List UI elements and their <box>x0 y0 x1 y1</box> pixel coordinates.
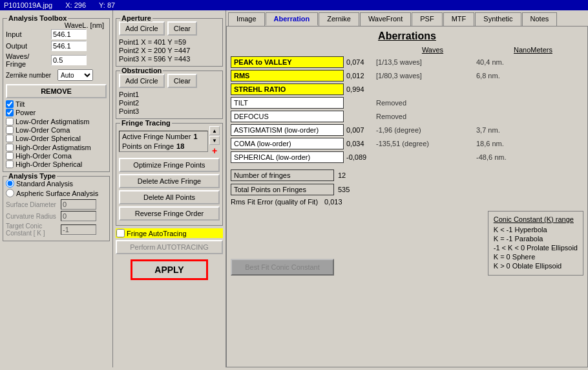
power-label: Power <box>16 109 36 116</box>
surface-diameter-label: Surface Diameter <box>6 201 61 208</box>
aber-value: -0,089 <box>344 153 376 161</box>
x-coord: X: 296 <box>65 1 86 9</box>
aber-waves: -135,51 (degree) <box>376 140 476 147</box>
conic-row: K = 0 Sphere <box>494 253 578 261</box>
number-fringes-value: 12 <box>338 171 346 179</box>
point2-coords: Point2 X = 200 Y =447 <box>119 47 220 54</box>
aber-nm: 18,6 nm. <box>476 140 504 147</box>
tab-synthetic[interactable]: Synthetic <box>475 12 521 26</box>
total-points-value: 535 <box>338 186 350 193</box>
aberration-row: TILT Removed <box>231 97 583 109</box>
obs-point3: Point3 <box>119 107 220 115</box>
power-checkbox[interactable] <box>6 109 14 116</box>
aspheric-label: Aspheric Surface Analysis <box>16 190 98 197</box>
tab-aberration[interactable]: Aberration <box>266 12 319 26</box>
conic-box: Conic Constant (K) range K < -1 Hyperbol… <box>488 211 583 276</box>
aberration-row: ASTIGMATISM (low-order) 0,007 -1,96 (deg… <box>231 124 583 136</box>
tab-wavefront[interactable]: WaveFront <box>360 12 411 26</box>
tabs-bar: Image Aberration Zernike WaveFront PSF M… <box>226 10 588 26</box>
clear-button[interactable]: Clear <box>167 21 197 36</box>
aber-nm: -48,6 nm. <box>476 153 506 161</box>
high-astig-label: High-Order Astigmatism <box>16 144 91 151</box>
aberration-row: RMS 0,012 [1/80,3 waves] 6,8 nm. <box>231 70 583 82</box>
low-coma-label: Low-Order Coma <box>16 126 70 134</box>
low-spherical-checkbox[interactable] <box>6 135 14 142</box>
low-astig-checkbox[interactable] <box>6 118 14 125</box>
aber-nm: 3,7 nm. <box>476 126 500 134</box>
aber-label: ASTIGMATISM (low-order) <box>231 124 344 136</box>
tab-zernike[interactable]: Zernike <box>319 12 359 26</box>
optimize-fringe-button[interactable]: Optimize Fringe Points <box>119 158 220 172</box>
analysis-type-group: Analysis Type Standard Analysis Aspheric… <box>3 176 110 241</box>
output-field[interactable] <box>51 41 87 51</box>
obs-clear-button[interactable]: Clear <box>167 74 197 88</box>
aber-waves: Removed <box>376 113 476 120</box>
aberrations-title: Aberrations <box>231 30 583 42</box>
fringe-inner-area: Active Fringe Number 1 Points on Fringe … <box>119 131 208 152</box>
scroll-down-button[interactable]: ▼ <box>209 136 220 145</box>
aber-value: 0,074 <box>344 58 376 66</box>
zernike-select[interactable]: Auto <box>58 69 93 81</box>
tab-notes[interactable]: Notes <box>522 12 558 26</box>
tab-image[interactable]: Image <box>228 12 265 26</box>
aber-label: COMA (low-order) <box>231 138 344 149</box>
low-coma-checkbox[interactable] <box>6 126 14 134</box>
add-circle-button[interactable]: Add Circle <box>119 21 165 36</box>
apply-button[interactable]: APPLY <box>131 259 208 280</box>
aspheric-radio[interactable] <box>6 189 14 197</box>
tilt-checkbox[interactable] <box>6 100 14 108</box>
conic-row: K > 0 Oblate Ellipsoid <box>494 262 578 270</box>
target-conic-label: Target Conic Constant [ K ] <box>6 223 61 237</box>
fringe-tracing-title: Fringe Tracing <box>120 119 172 127</box>
aberration-rows: PEAK to VALLEY 0,074 [1/13,5 waves] 40,4… <box>231 56 583 163</box>
remove-button[interactable]: REMOVE <box>6 84 107 98</box>
perform-autotracing-button: Perform AUTOTRACING <box>116 240 223 254</box>
scroll-up-button[interactable]: ▲ <box>209 126 220 135</box>
active-fringe-value: 1 <box>193 133 197 140</box>
points-on-fringe-label: Points on Fringe <box>122 142 174 150</box>
aperture-title: Aperture <box>120 14 152 22</box>
input-label: Input <box>6 30 51 38</box>
aberration-row: PEAK to VALLEY 0,074 [1/13,5 waves] 40,4… <box>231 56 583 68</box>
plus-button[interactable]: + <box>212 146 220 156</box>
best-fit-button: Best Fit Conic Constant <box>231 259 334 276</box>
waves-fringe-field[interactable] <box>51 55 87 65</box>
aberration-row: STREHL RATIO 0,994 <box>231 83 583 95</box>
conic-rows: K < -1 HyperbolaK = -1 Parabola-1 < K < … <box>494 226 578 270</box>
low-spherical-label: Low-Order Spherical <box>16 135 81 142</box>
reverse-fringe-order-button[interactable]: Reverse Fringe Order <box>119 206 220 221</box>
left-panel: Analysis Toolbox WaveL. [nm] Input Outpu… <box>0 10 113 367</box>
input-field[interactable] <box>51 29 87 39</box>
zernike-label: Zernike number <box>6 72 58 79</box>
curvature-radius-label: Curvature Radius <box>6 213 61 220</box>
autotracing-label: Fringe AutoTracing <box>127 230 187 237</box>
high-astig-checkbox[interactable] <box>6 144 14 151</box>
stats-area: Number of fringes 12 Total Points on Fri… <box>231 169 583 206</box>
conic-row: -1 < K < 0 Prolate Ellipsoid <box>494 244 578 252</box>
filename: P1010019A.jpg <box>4 1 52 9</box>
surface-diameter-field <box>61 199 96 210</box>
aber-waves: -1,96 (degree) <box>376 126 476 134</box>
obs-add-circle-button[interactable]: Add Circle <box>119 74 165 88</box>
tab-psf[interactable]: PSF <box>412 12 442 26</box>
aber-nm: 6,8 nm. <box>476 72 500 80</box>
curvature-radius-field <box>61 211 96 221</box>
delete-active-fringe-button[interactable]: Delete Active Fringe <box>119 174 220 188</box>
obs-point2: Point2 <box>119 99 220 107</box>
number-fringes-label: Number of fringes <box>231 169 334 181</box>
nm-header: NanoMeters <box>483 46 583 54</box>
right-panel: Image Aberration Zernike WaveFront PSF M… <box>226 10 588 367</box>
tab-mtf[interactable]: MTF <box>443 12 475 26</box>
autotracing-checkbox[interactable] <box>116 229 125 237</box>
standard-radio[interactable] <box>6 179 14 188</box>
aber-label: PEAK to VALLEY <box>231 56 344 68</box>
analysis-type-title: Analysis Type <box>7 172 57 180</box>
active-fringe-label: Active Fringe Number <box>122 133 191 140</box>
aber-waves: [1/80,3 waves] <box>376 72 476 80</box>
high-coma-checkbox[interactable] <box>6 152 14 160</box>
aber-label: SPHERICAL (low-order) <box>231 151 344 163</box>
aber-waves: [1/13,5 waves] <box>376 58 476 66</box>
rms-fit-label: Rms Fit Error (quality of Fit) <box>231 198 318 206</box>
high-spherical-checkbox[interactable] <box>6 160 14 168</box>
delete-all-points-button[interactable]: Delete All Points <box>119 190 220 204</box>
